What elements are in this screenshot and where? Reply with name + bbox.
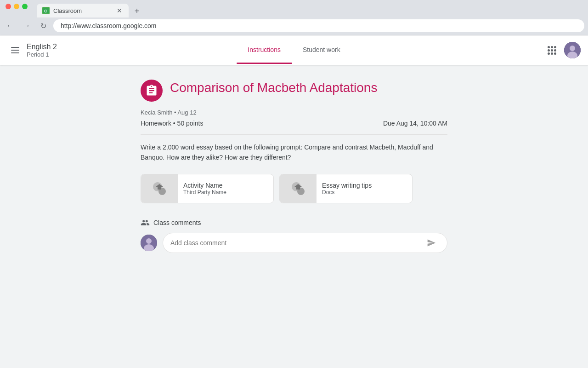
content-divider [141,134,447,135]
browser-tab[interactable]: C Classroom ✕ [37,4,129,17]
tab-student-work[interactable]: Student work [292,37,351,64]
assignment-author: Kecia Smith [141,109,172,116]
attachment-thumb-0 [141,174,178,203]
attachment-name-1: Essay writing tips [322,182,407,189]
comments-title: Class comments [153,219,201,226]
attachment-name-0: Activity Name [183,182,268,189]
commenter-avatar [141,235,157,251]
assignment-description: Write a 2,000 word essay based on the fo… [141,142,447,163]
assignment-meta: Kecia Smith • Aug 12 [141,109,447,116]
comment-input-row [141,233,447,253]
attachment-info-1: Essay writing tips Docs [317,178,412,199]
minimize-traffic-light[interactable] [14,4,19,9]
attachment-info-0: Activity Name Third Party Name [178,178,273,199]
browser-chrome: C Classroom ✕ + ← → ↻ http://www.classro… [0,0,588,35]
svg-point-3 [570,46,575,51]
attachment-source-1: Docs [322,189,407,196]
attachment-thumb-1 [280,174,317,203]
tab-favicon: C [42,7,50,14]
class-name: English 2 [27,43,57,51]
attachment-card-1[interactable]: Essay writing tips Docs [279,174,413,203]
maximize-traffic-light[interactable] [22,4,28,9]
user-avatar[interactable] [564,42,581,58]
assignment-header: Comparison of Macbeth Adaptations [141,80,447,102]
back-button[interactable]: ← [4,19,17,32]
address-bar[interactable]: http://www.classroom.google.com [53,19,584,32]
forward-button[interactable]: → [20,19,33,32]
comments-icon [141,218,150,227]
assignment-icon [141,80,163,102]
hamburger-icon [11,47,19,53]
header-actions [544,42,581,58]
assignment-points-row: Homework • 50 points Due Aug 14, 10:00 A… [141,120,447,127]
comments-header: Class comments [141,218,447,227]
svg-point-10 [146,238,152,244]
assignment-due: Due Aug 14, 10:00 AM [383,120,447,127]
close-traffic-light[interactable] [6,4,11,9]
comment-input-wrapper[interactable] [163,233,447,253]
tab-instructions[interactable]: Instructions [237,37,292,64]
comment-input[interactable] [170,239,423,247]
attachments-row: Activity Name Third Party Name Essay wri… [141,174,447,203]
attachment-card-0[interactable]: Activity Name Third Party Name [141,174,274,203]
new-tab-button[interactable]: + [130,5,143,17]
content-container: Comparison of Macbeth Adaptations Kecia … [133,80,455,253]
class-info: English 2 Period 1 [27,43,57,58]
traffic-lights [0,0,31,11]
assignment-date: Aug 12 [177,109,196,116]
header-tabs: Instructions Student work [237,37,351,64]
apps-grid-button[interactable] [544,42,560,58]
url-text: http://www.classroom.google.com [61,22,157,29]
tab-close-button[interactable]: ✕ [116,7,123,14]
assignment-title: Comparison of Macbeth Adaptations [170,80,377,96]
attachment-source-0: Third Party Name [183,189,268,196]
avatar-face [564,42,581,58]
grid-dots-icon [548,46,556,55]
address-bar-row: ← → ↻ http://www.classroom.google.com [0,17,588,35]
comments-section: Class comments [141,218,447,253]
assignment-points: Homework • 50 points [141,120,203,127]
tab-title: Classroom [53,7,112,14]
reload-button[interactable]: ↻ [37,19,50,32]
main-content: Comparison of Macbeth Adaptations Kecia … [0,65,588,368]
menu-button[interactable] [7,43,23,57]
class-period: Period 1 [27,51,57,58]
send-comment-button[interactable] [423,235,440,251]
app-header: English 2 Period 1 Instructions Student … [0,35,588,65]
svg-text:C: C [44,9,47,13]
